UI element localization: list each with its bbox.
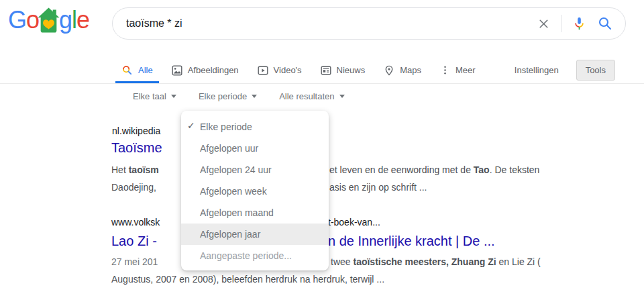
clear-search-icon[interactable] [537, 17, 551, 31]
menu-item-aangepaste-periode[interactable]: Aangepaste periode... [181, 245, 329, 266]
search-bar-divider [561, 15, 561, 32]
filter-results[interactable]: Alle resultaten [279, 91, 344, 101]
tab-label: Maps [400, 65, 421, 75]
tools-button[interactable]: Tools [576, 60, 615, 81]
search-submit-icon[interactable] [597, 15, 613, 32]
search-bar[interactable] [112, 7, 626, 40]
result-url: t-boek-van... [328, 217, 380, 228]
check-icon: ✓ [187, 120, 195, 131]
logo-letter: G [8, 8, 26, 32]
chevron-down-icon [339, 95, 345, 98]
menu-item-label: Afgelopen jaar [200, 229, 260, 240]
tab-label: Alle [138, 65, 153, 75]
filters-bar: Elke taal Elke periode Alle resultaten [133, 85, 345, 107]
search-icon [121, 64, 133, 76]
result-snippet: twee taoïstische meesters, Zhuang Zi en … [331, 256, 541, 267]
chevron-down-icon [171, 95, 176, 98]
period-dropdown-menu: ✓ Elke periode Afgelopen uur Afgelopen 2… [181, 111, 329, 270]
filter-label: Elke periode [199, 91, 247, 101]
video-icon [258, 65, 268, 76]
tab-label: Meer [455, 65, 476, 75]
tab-videos[interactable]: Video's [252, 57, 308, 83]
tab-label: Afbeeldingen [188, 65, 239, 75]
filter-period[interactable]: Elke periode [199, 91, 257, 101]
dots-icon [440, 65, 450, 75]
search-tabs-bar: Alle Afbeeldingen Video's [0, 57, 644, 84]
menu-item-afgelopen-week[interactable]: Afgelopen week [181, 181, 329, 202]
tab-maps[interactable]: Maps [378, 57, 427, 83]
menu-item-label: Afgelopen week [200, 186, 267, 197]
result-snippet: Augustus, 2007 en 2008), beleefden herdr… [111, 274, 384, 285]
filter-label: Alle resultaten [279, 91, 334, 101]
menu-item-label: Elke periode [200, 121, 252, 132]
result-title-link[interactable]: Taoïsme [111, 140, 162, 156]
chevron-down-icon [252, 95, 257, 98]
house-heart-doodle-icon [38, 7, 60, 35]
menu-item-label: Afgelopen maand [200, 207, 274, 218]
news-icon [321, 65, 331, 76]
filter-language[interactable]: Elke taal [133, 91, 176, 101]
pin-icon [384, 65, 394, 76]
result-title-link[interactable]: n de Innerlijke kracht | De ... [328, 234, 495, 249]
menu-item-label: Afgelopen 24 uur [200, 164, 272, 175]
tab-label: Video's [274, 65, 302, 75]
tab-label: Nieuws [337, 65, 366, 75]
result-title-link[interactable]: Lao Zi - [111, 234, 157, 249]
google-logo[interactable]: G o g l e [8, 7, 89, 34]
logo-letter: l [72, 8, 76, 32]
menu-item-elke-periode[interactable]: ✓ Elke periode [181, 116, 329, 138]
result-snippet: Daodejing, [111, 182, 156, 193]
menu-item-label: Aangepaste periode... [200, 250, 292, 261]
result-url: www.volksk [111, 217, 160, 228]
menu-item-afgelopen-maand[interactable]: Afgelopen maand [181, 202, 329, 224]
menu-item-afgelopen-jaar[interactable]: Afgelopen jaar [181, 224, 329, 245]
menu-item-afgelopen-uur[interactable]: Afgelopen uur [181, 138, 329, 159]
tab-meer[interactable]: Meer [434, 57, 482, 83]
result-url: nl.wikipedia [112, 126, 160, 136]
result-snippet: Het taoïsm [111, 164, 159, 175]
menu-item-afgelopen-24-uur[interactable]: Afgelopen 24 uur [181, 159, 329, 181]
tab-afbeeldingen[interactable]: Afbeeldingen [166, 57, 245, 83]
result-date: 27 mei 201 [111, 256, 158, 267]
microphone-icon[interactable] [572, 16, 587, 32]
logo-letter: g [59, 8, 72, 32]
search-input[interactable] [126, 17, 537, 30]
tab-nieuws[interactable]: Nieuws [315, 57, 372, 83]
image-icon [172, 65, 182, 76]
result-snippet: et leven en de eenwording met de Tao. De… [329, 164, 539, 175]
filter-label: Elke taal [133, 91, 166, 101]
logo-letter: e [76, 8, 89, 32]
result-snippet: asis en zijn op schrift ... [329, 182, 427, 193]
settings-link[interactable]: Instellingen [515, 65, 559, 75]
menu-item-label: Afgelopen uur [200, 143, 258, 154]
tab-alle[interactable]: Alle [115, 57, 159, 83]
